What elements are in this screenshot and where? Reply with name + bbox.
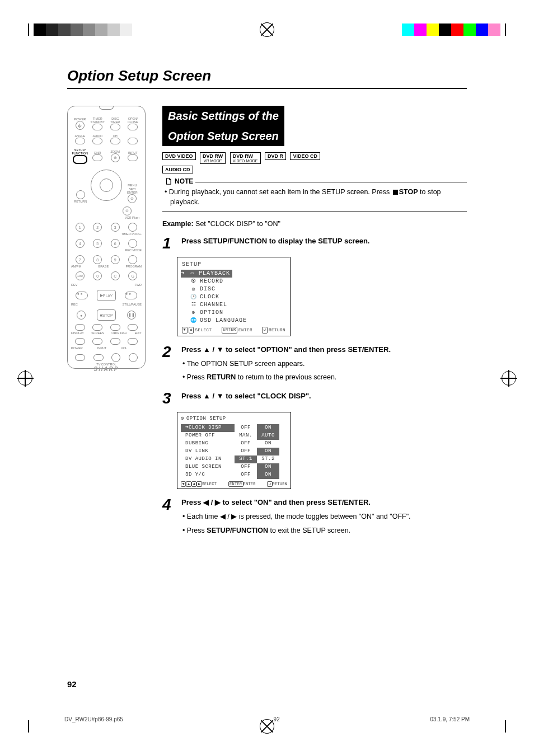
print-registration-left [18,371,32,386]
disc-compatibility-badges: DVD VIDEO DVD RWVR MODE DVD RWVIDEO MODE… [162,151,467,174]
page-number: 92 [67,679,77,689]
step-4: 4 Press ◀ / ▶ to select "ON" and then pr… [162,497,467,536]
note-box: NOTE • During playback, you cannot set e… [162,182,467,212]
section-heading: Basic Settings of the Option Setup Scree… [162,106,467,146]
page-title: Option Setup Screen [67,67,467,89]
osd-setup-screen: SETUP ➜▭PLAYBACK ⦿RECORD ◎DISC 🕑CLOCK ☷C… [177,257,291,336]
step-2: 2 Press ▲ / ▼ to select "OPTION" and the… [162,344,467,383]
osd-option-row: ➜CLOCK DISPOFFON [181,424,287,432]
osd-option-row: 3D Y/COFFON [181,471,287,479]
print-registration-top [0,0,534,37]
step-3: 3 Press ▲ / ▼ to select "CLOCK DISP". [162,391,467,406]
stop-icon [393,190,398,195]
document-icon [165,177,172,185]
print-registration-bottom [0,719,534,756]
osd-option-row: POWER OFFMAN.AUTO [181,432,287,440]
step-1: 1 Press SETUP/FUNCTION to display the SE… [162,236,467,251]
remote-brand: SHARP [93,366,119,377]
osd-option-row: DV AUDIO INST.1ST.2 [181,456,287,463]
osd-option-row: DUBBINGOFFON [181,440,287,448]
remote-illustration: POWER⏻ TIMER STANDBY DISC TIMER OPEN/ CL… [67,106,146,536]
osd-option-row: BLUE SCREENOFFON [181,463,287,471]
osd-option-row: DV LINKOFFON [181,448,287,456]
print-registration-right [502,371,516,386]
osd-option-setup-screen: ⚙OPTION SETUP ➜CLOCK DISPOFFON POWER OFF… [177,412,291,489]
example-text: Example: Set "CLOCK DISP" to "ON" [162,220,467,228]
